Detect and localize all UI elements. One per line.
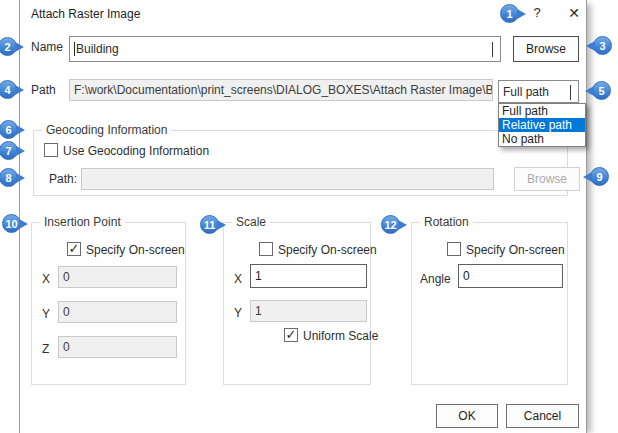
scale-y-field [250,300,367,322]
path-field: F:\work\Documentation\print_screens\DIAL… [69,79,493,101]
callout-badge-8: 8 [0,168,18,187]
geocoding-browse-button: Browse [514,167,580,191]
name-browse-button[interactable]: Browse [513,36,579,62]
callout-badge-4: 4 [0,80,17,99]
name-label: Name [31,40,63,54]
attach-raster-image-dialog: Attach Raster Image ? ✕ Name Building Br… [19,0,587,433]
insertion-z-field [58,336,177,358]
insertion-x-field [58,266,177,288]
name-combobox[interactable]: Building [69,36,501,62]
insertion-y-label: Y [42,307,50,321]
geocoding-group-title: Geocoding Information [42,123,171,137]
dropdown-option-relative-path[interactable]: Relative path [499,118,585,132]
chevron-down-icon[interactable] [570,85,574,99]
path-type-dropdown: Full path Relative path No path [498,103,586,147]
insertion-z-label: Z [42,342,49,356]
ok-button[interactable]: OK [436,404,498,428]
callout-badge-1: 1 [500,4,519,23]
callout-badge-7: 7 [0,141,18,160]
scale-specify-checkbox[interactable] [259,242,273,256]
callout-badge-6: 6 [0,120,18,139]
scale-x-field[interactable] [250,264,367,288]
use-geocoding-checkbox[interactable] [44,143,58,157]
callout-badge-12: 12 [381,215,400,234]
text-caret [74,42,75,56]
scale-y-label: Y [234,306,242,320]
close-icon[interactable]: ✕ [563,3,585,23]
insertion-y-field [58,301,177,323]
path-type-combobox[interactable]: Full path [498,80,579,103]
insertion-point-group-title: Insertion Point [40,215,125,229]
help-icon[interactable]: ? [528,4,546,22]
rotation-specify-checkbox[interactable] [447,242,461,256]
chevron-down-icon[interactable] [492,42,496,56]
angle-label: Angle [420,272,451,286]
uniform-scale-checkbox[interactable] [284,328,298,342]
geocoding-path-field [81,168,494,190]
rotation-group-title: Rotation [420,215,473,229]
path-type-value: Full path [503,85,549,99]
callout-badge-10: 10 [2,214,21,233]
dropdown-option-full-path[interactable]: Full path [499,104,585,118]
insertion-point-group: Insertion Point Specify On-screen X Y Z [31,222,186,385]
rotation-specify-label: Specify On-screen [466,243,565,257]
scale-group: Scale Specify On-screen X Y Uniform Scal… [223,222,371,385]
insertion-specify-label: Specify On-screen [86,243,185,257]
scale-x-label: X [234,272,242,286]
cancel-button[interactable]: Cancel [506,404,579,428]
callout-badge-9: 9 [590,167,609,186]
path-label: Path [31,83,56,97]
angle-field[interactable] [458,264,563,288]
callout-badge-11: 11 [200,215,219,234]
scale-group-title: Scale [232,215,270,229]
use-geocoding-label: Use Geocoding Information [63,144,209,158]
insertion-x-label: X [42,272,50,286]
rotation-group: Rotation Specify On-screen Angle [411,222,568,385]
name-value: Building [76,42,119,56]
geocoding-path-label: Path: [49,172,77,186]
uniform-scale-label: Uniform Scale [303,329,378,343]
insertion-specify-checkbox[interactable] [67,242,81,256]
scale-specify-label: Specify On-screen [278,243,377,257]
geocoding-group: Geocoding Information Use Geocoding Info… [33,130,568,196]
callout-badge-3: 3 [593,36,612,55]
screenshot-stage: Attach Raster Image ? ✕ Name Building Br… [0,0,618,433]
callout-badge-5: 5 [592,81,611,100]
callout-badge-2: 2 [0,37,17,56]
dialog-title: Attach Raster Image [31,7,140,21]
dropdown-option-no-path[interactable]: No path [499,132,585,146]
